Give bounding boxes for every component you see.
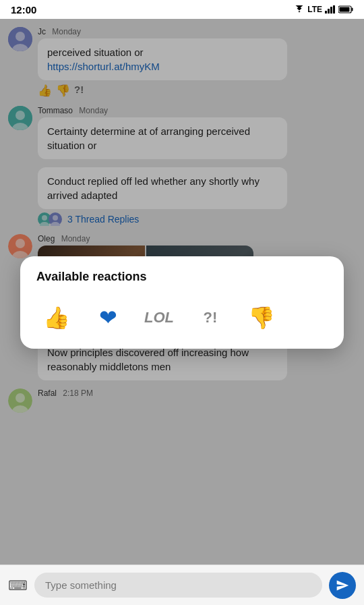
wifi-icon <box>294 5 305 13</box>
wut-icon: ?! <box>204 309 218 326</box>
message-input[interactable] <box>34 573 322 598</box>
reactions-grid: 👍 ❤ LOL ?! 👎 <box>36 297 328 338</box>
signal-icon <box>325 5 336 13</box>
thumbsdown-icon: 👎 <box>248 305 275 330</box>
reaction-thumbsdown-button[interactable]: 👎 <box>241 297 282 338</box>
keyboard-icon: ⌨ <box>8 577 28 594</box>
input-bar: ⌨ <box>0 565 364 605</box>
send-icon <box>336 579 349 592</box>
reaction-thumbsup-button[interactable]: 👍 <box>36 297 77 338</box>
svg-rect-1 <box>328 9 330 13</box>
svg-rect-6 <box>340 7 350 12</box>
send-button[interactable] <box>329 572 356 599</box>
status-bar: 12:00 LTE <box>0 0 364 19</box>
heart-icon: ❤ <box>99 305 117 330</box>
status-time: 12:00 <box>11 4 36 16</box>
thumbsup-icon: 👍 <box>43 305 70 330</box>
reaction-lol-button[interactable]: LOL <box>139 297 179 338</box>
lol-icon: LOL <box>144 309 174 326</box>
reaction-heart-button[interactable]: ❤ <box>88 297 128 338</box>
lte-label: LTE <box>307 5 322 14</box>
svg-rect-5 <box>352 8 353 11</box>
battery-icon <box>338 5 353 13</box>
reactions-modal: Available reactions 👍 ❤ LOL ?! 👎 <box>20 256 344 349</box>
status-icons: LTE <box>294 5 353 14</box>
svg-rect-0 <box>325 11 327 13</box>
svg-rect-2 <box>330 7 332 13</box>
reactions-title: Available reactions <box>36 270 328 284</box>
reaction-wut-button[interactable]: ?! <box>190 297 231 338</box>
svg-rect-3 <box>333 5 335 13</box>
